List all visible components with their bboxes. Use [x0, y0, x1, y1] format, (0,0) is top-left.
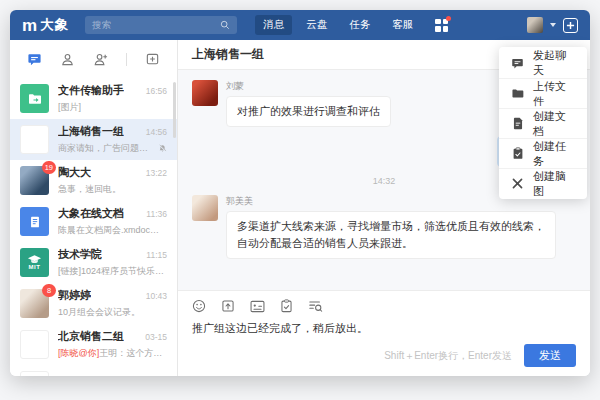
sidebar-scrollbar[interactable] [173, 82, 176, 138]
conversation-preview: 陈晨在文档周会.xmdoc中提... [58, 224, 167, 237]
conversation-name: 北京销售二组 [58, 329, 124, 344]
conversation-body: 北京销售二组03-15 [陈晓@你] 王明：这个方案... [58, 329, 167, 360]
app-logo: m 大象 [22, 16, 69, 34]
group-avatar [20, 330, 49, 359]
mindmap-icon [511, 177, 524, 190]
conversation-marketing[interactable]: 市场部03-15 [10, 365, 177, 376]
mute-bell-icon [154, 144, 167, 153]
composer: 推广组这边已经完成了，稍后放出。 Shift＋Enter换行，Enter发送 发… [178, 290, 590, 376]
message-bubble[interactable]: 多渠道扩大线索来源，寻找增量市场，筛选优质且有效的线索，自动分配最合适的销售人员… [226, 211, 556, 259]
history-search-icon[interactable] [308, 299, 323, 313]
conversation-time: 14:56 [146, 127, 167, 137]
online-doc-icon [20, 207, 49, 236]
tab-support[interactable]: 客服 [384, 15, 421, 35]
menu-item-label: 创建文档 [533, 109, 575, 139]
search-icon [220, 20, 230, 30]
plus-button[interactable] [563, 18, 578, 33]
user-avatar[interactable] [527, 17, 543, 33]
tab-tasks[interactable]: 任务 [341, 15, 378, 35]
apps-grid-icon[interactable] [435, 19, 448, 32]
sender-avatar[interactable] [192, 195, 218, 221]
top-tabs: 消息 云盘 任务 客服 [255, 15, 421, 35]
notification-dot [446, 16, 451, 21]
unread-badge: 8 [42, 284, 56, 297]
conversation-preview: 王明：这个方案... [99, 347, 167, 360]
chat-bubble-icon [511, 57, 524, 70]
contacts-icon[interactable] [60, 52, 75, 67]
tab-cloud-drive[interactable]: 云盘 [298, 15, 335, 35]
conversation-body: 陶大大13:22 急事，速回电。 [58, 165, 167, 196]
add-contact-icon[interactable] [93, 52, 108, 67]
logo-text: 大象 [40, 16, 69, 34]
conversation-taodada[interactable]: 19 陶大大13:22 急事，速回电。 [10, 160, 177, 201]
upload-file-icon[interactable] [221, 299, 235, 313]
conversation-time: 11:36 [146, 209, 167, 219]
conversation-preview: 商家请知，广告问题请拨打... [58, 142, 154, 155]
conversation-guotingting[interactable]: 8 郭婷婷10:43 10月组会会议记录。 [10, 283, 177, 324]
menu-item-create-doc[interactable]: 创建文档 [499, 108, 587, 138]
college-icon: MIT [20, 248, 49, 277]
group-avatar [20, 125, 49, 154]
conversation-body: 文件传输助手16:56 [图片] [58, 83, 167, 114]
chat-bubble-icon[interactable] [27, 52, 42, 67]
conversation-file-transfer[interactable]: 文件传输助手16:56 [图片] [10, 78, 177, 119]
menu-item-upload-file[interactable]: 上传文件 [499, 78, 587, 108]
conversation-time: 13:22 [146, 168, 167, 178]
conversation-name: 陶大大 [58, 165, 91, 180]
conversation-name: 文件传输助手 [58, 83, 124, 98]
emoji-icon[interactable] [192, 299, 206, 313]
search-input[interactable]: 搜索 [85, 16, 237, 34]
conversation-name: 技术学院 [58, 247, 102, 262]
folder-icon [511, 87, 524, 100]
send-button[interactable]: 发送 [524, 344, 576, 367]
menu-item-label: 发起聊天 [533, 48, 575, 78]
conversation-name: 大象在线文档 [58, 206, 124, 221]
titlebar-right [527, 17, 578, 33]
conversation-preview: 急事，速回电。 [58, 183, 121, 196]
unread-badge: 19 [42, 161, 56, 174]
menu-item-label: 创建脑图 [533, 169, 575, 199]
group-avatar [20, 371, 49, 376]
menu-item-create-mindmap[interactable]: 创建脑图 [499, 168, 587, 198]
mention-highlight: [陈晓@你] [58, 347, 99, 360]
caret-down-icon[interactable] [550, 23, 556, 27]
conversation-tech-college[interactable]: MIT 技术学院11:15 [链接]1024程序员节快乐，今... [10, 242, 177, 283]
conversation-time: 03-15 [145, 332, 167, 342]
conversation-body: 技术学院11:15 [链接]1024程序员节快乐，今... [58, 247, 167, 278]
conversation-body: 上海销售一组14:56 商家请知，广告问题请拨打... [58, 124, 167, 155]
composer-toolbar [192, 299, 576, 313]
new-group-icon[interactable] [145, 52, 160, 67]
conversation-body: 郭婷婷10:43 10月组会会议记录。 [58, 288, 167, 319]
sender-avatar[interactable] [192, 80, 218, 106]
sidebar: 文件传输助手16:56 [图片] 上海销售一组14:56 商家请知，广告问题请拨… [10, 40, 178, 376]
conversation-beijing-sales[interactable]: 北京销售二组03-15 [陈晓@你] 王明：这个方案... [10, 324, 177, 365]
image-icon[interactable] [250, 300, 265, 313]
chat-title: 上海销售一组 [192, 46, 264, 63]
contact-avatar: 8 [20, 289, 49, 318]
conversation-preview: 10月组会会议记录。 [58, 306, 140, 319]
message-input[interactable]: 推广组这边已经完成了，稍后放出。 [192, 321, 576, 344]
menu-item-start-chat[interactable]: 发起聊天 [499, 48, 587, 78]
conversation-online-docs[interactable]: 大象在线文档11:36 陈晨在文档周会.xmdoc中提... [10, 201, 177, 242]
conversation-list: 文件传输助手16:56 [图片] 上海销售一组14:56 商家请知，广告问题请拨… [10, 78, 177, 376]
contact-avatar: 19 [20, 166, 49, 195]
menu-item-create-task[interactable]: 创建任务 [499, 138, 587, 168]
create-dropdown-menu: 发起聊天 上传文件 创建文档 创建任务 [499, 47, 587, 199]
composer-bottom: Shift＋Enter换行，Enter发送 发送 [192, 344, 576, 367]
file-transfer-icon [20, 84, 49, 113]
conversation-body: 大象在线文档11:36 陈晨在文档周会.xmdoc中提... [58, 206, 167, 237]
tab-messages[interactable]: 消息 [255, 15, 292, 35]
conversation-shanghai-sales[interactable]: 上海销售一组14:56 商家请知，广告问题请拨打... [10, 119, 177, 160]
conversation-time: 10:43 [146, 291, 167, 301]
send-hint: Shift＋Enter换行，Enter发送 [384, 349, 512, 363]
message-bubble[interactable]: 对推广的效果进行调查和评估 [226, 96, 391, 127]
conversation-time: 11:15 [146, 250, 167, 260]
task-icon[interactable] [280, 299, 293, 313]
toolbar-divider [126, 53, 127, 66]
app-window: m 大象 搜索 消息 云盘 任务 客服 [10, 10, 590, 376]
menu-item-label: 上传文件 [533, 79, 575, 109]
conversation-preview: [链接]1024程序员节快乐，今... [58, 265, 167, 278]
conversation-name: 郭婷婷 [58, 288, 91, 303]
sender-name: 刘蒙 [226, 80, 391, 93]
main-area: 文件传输助手16:56 [图片] 上海销售一组14:56 商家请知，广告问题请拨… [10, 40, 590, 376]
